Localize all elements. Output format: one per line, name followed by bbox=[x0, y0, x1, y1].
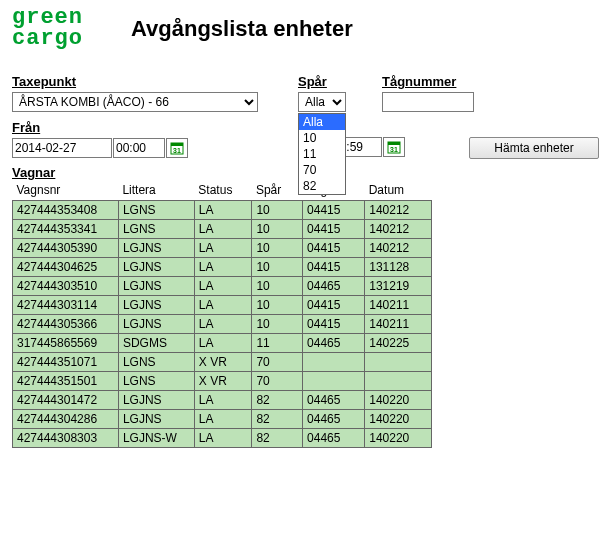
cell-spar: 70 bbox=[252, 352, 303, 371]
cell-littera: LGJNS bbox=[118, 276, 194, 295]
cell-vagnsnr: 427444303510 bbox=[13, 276, 119, 295]
cell-vagnsnr: 427444351501 bbox=[13, 371, 119, 390]
cell-datum bbox=[365, 371, 432, 390]
spar-select[interactable]: Alla bbox=[298, 92, 346, 112]
cell-vagnsnr: 427444303114 bbox=[13, 295, 119, 314]
calendar-icon[interactable]: 31 bbox=[383, 137, 405, 157]
table-row[interactable]: 427444308303LGJNS-WLA8204465140220 bbox=[13, 428, 432, 447]
cell-littera: SDGMS bbox=[118, 333, 194, 352]
table-row[interactable]: 427444351501LGNSX VR70 bbox=[13, 371, 432, 390]
calendar-icon[interactable]: 31 bbox=[166, 138, 188, 158]
taxepunkt-label: Taxepunkt bbox=[12, 74, 274, 89]
cell-tagnr: 04415 bbox=[303, 219, 365, 238]
spar-option-82[interactable]: 82 bbox=[299, 178, 345, 194]
cell-status: LA bbox=[194, 219, 252, 238]
cell-tagnr: 04465 bbox=[303, 276, 365, 295]
tagnummer-label: Tågnummer bbox=[382, 74, 482, 89]
spar-dropdown-popup[interactable]: Alla 10 11 70 82 bbox=[298, 113, 346, 195]
cell-status: LA bbox=[194, 257, 252, 276]
table-row[interactable]: 427444353341LGNSLA1004415140212 bbox=[13, 219, 432, 238]
cell-status: LA bbox=[194, 428, 252, 447]
cell-tagnr: 04465 bbox=[303, 333, 365, 352]
fran-label: Från bbox=[12, 120, 212, 135]
table-row[interactable]: 427444304286LGJNSLA8204465140220 bbox=[13, 409, 432, 428]
cell-spar: 10 bbox=[252, 257, 303, 276]
table-row[interactable]: 427444303510LGJNSLA1004465131219 bbox=[13, 276, 432, 295]
col-littera: Littera bbox=[118, 181, 194, 201]
cell-tagnr: 04465 bbox=[303, 409, 365, 428]
tagnummer-input[interactable] bbox=[382, 92, 474, 112]
fran-time-input[interactable] bbox=[113, 138, 165, 158]
cell-datum: 140225 bbox=[365, 333, 432, 352]
cell-datum: 140220 bbox=[365, 390, 432, 409]
cell-datum: 131219 bbox=[365, 276, 432, 295]
spar-option-alla[interactable]: Alla bbox=[299, 114, 345, 130]
cell-spar: 10 bbox=[252, 314, 303, 333]
table-row[interactable]: 427444353408LGNSLA1004415140212 bbox=[13, 200, 432, 219]
cell-vagnsnr: 427444304625 bbox=[13, 257, 119, 276]
cell-tagnr: 04465 bbox=[303, 428, 365, 447]
cell-datum: 140211 bbox=[365, 295, 432, 314]
cell-datum: 140220 bbox=[365, 409, 432, 428]
cell-spar: 10 bbox=[252, 276, 303, 295]
spar-option-10[interactable]: 10 bbox=[299, 130, 345, 146]
table-row[interactable]: 427444304625LGJNSLA1004415131128 bbox=[13, 257, 432, 276]
cell-status: X VR bbox=[194, 352, 252, 371]
taxepunkt-select[interactable]: ÅRSTA KOMBI (ÅACO) - 66 bbox=[12, 92, 258, 112]
cell-vagnsnr: 427444351071 bbox=[13, 352, 119, 371]
cell-spar: 82 bbox=[252, 409, 303, 428]
table-row[interactable]: 427444305390LGJNSLA1004415140212 bbox=[13, 238, 432, 257]
cell-littera: LGJNS bbox=[118, 257, 194, 276]
logo: green cargo bbox=[12, 8, 83, 50]
fran-date-input[interactable] bbox=[12, 138, 112, 158]
cell-tagnr: 04415 bbox=[303, 295, 365, 314]
cell-spar: 10 bbox=[252, 200, 303, 219]
cell-datum: 131128 bbox=[365, 257, 432, 276]
cell-tagnr bbox=[303, 352, 365, 371]
logo-line2: cargo bbox=[12, 26, 83, 51]
cell-status: LA bbox=[194, 333, 252, 352]
cell-vagnsnr: 427444305390 bbox=[13, 238, 119, 257]
cell-littera: LGJNS bbox=[118, 314, 194, 333]
spar-option-11[interactable]: 11 bbox=[299, 146, 345, 162]
table-row[interactable]: 427444305366LGJNSLA1004415140211 bbox=[13, 314, 432, 333]
cell-status: LA bbox=[194, 314, 252, 333]
cell-spar: 82 bbox=[252, 390, 303, 409]
cell-status: LA bbox=[194, 276, 252, 295]
svg-text:31: 31 bbox=[173, 147, 181, 154]
vagnar-table: Vagnsnr Littera Status Spår Tågnr Datum … bbox=[12, 181, 432, 448]
cell-spar: 10 bbox=[252, 238, 303, 257]
table-row[interactable]: 427444351071LGNSX VR70 bbox=[13, 352, 432, 371]
cell-littera: LGJNS bbox=[118, 390, 194, 409]
cell-datum bbox=[365, 352, 432, 371]
col-datum: Datum bbox=[365, 181, 432, 201]
cell-datum: 140212 bbox=[365, 219, 432, 238]
cell-spar: 11 bbox=[252, 333, 303, 352]
cell-spar: 10 bbox=[252, 295, 303, 314]
cell-status: X VR bbox=[194, 371, 252, 390]
cell-spar: 82 bbox=[252, 428, 303, 447]
cell-littera: LGJNS bbox=[118, 409, 194, 428]
table-row[interactable]: 317445865569SDGMSLA1104465140225 bbox=[13, 333, 432, 352]
cell-vagnsnr: 427444304286 bbox=[13, 409, 119, 428]
cell-status: LA bbox=[194, 390, 252, 409]
fetch-button[interactable]: Hämta enheter bbox=[469, 137, 599, 159]
cell-datum: 140212 bbox=[365, 200, 432, 219]
svg-text:31: 31 bbox=[390, 146, 398, 153]
cell-vagnsnr: 427444301472 bbox=[13, 390, 119, 409]
table-row[interactable]: 427444303114LGJNSLA1004415140211 bbox=[13, 295, 432, 314]
table-row[interactable]: 427444301472LGJNSLA8204465140220 bbox=[13, 390, 432, 409]
cell-vagnsnr: 317445865569 bbox=[13, 333, 119, 352]
col-spar: Spår bbox=[252, 181, 303, 201]
cell-status: LA bbox=[194, 409, 252, 428]
cell-littera: LGJNS bbox=[118, 238, 194, 257]
cell-littera: LGNS bbox=[118, 219, 194, 238]
cell-datum: 140211 bbox=[365, 314, 432, 333]
cell-spar: 70 bbox=[252, 371, 303, 390]
cell-tagnr: 04415 bbox=[303, 314, 365, 333]
cell-tagnr: 04415 bbox=[303, 200, 365, 219]
spar-option-70[interactable]: 70 bbox=[299, 162, 345, 178]
cell-littera: LGNS bbox=[118, 200, 194, 219]
cell-status: LA bbox=[194, 238, 252, 257]
cell-vagnsnr: 427444353408 bbox=[13, 200, 119, 219]
